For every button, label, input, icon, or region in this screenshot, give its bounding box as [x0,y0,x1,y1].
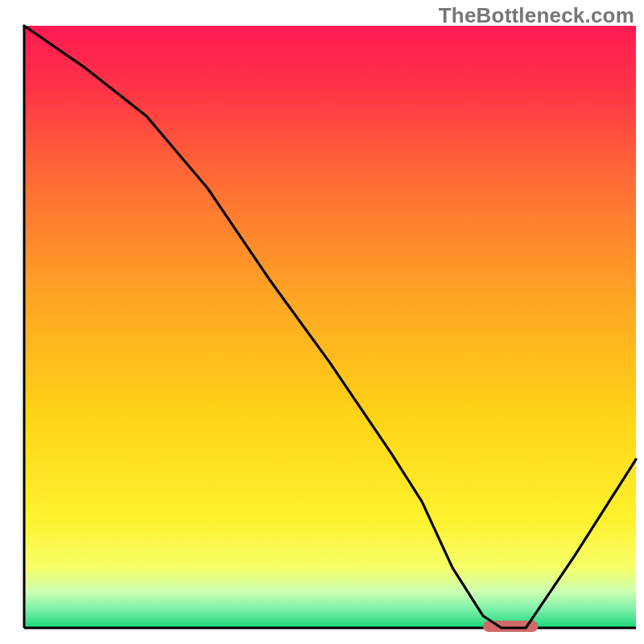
chart-background [24,26,636,628]
watermark-label: TheBottleneck.com [439,3,634,28]
bottleneck-chart [0,0,644,644]
